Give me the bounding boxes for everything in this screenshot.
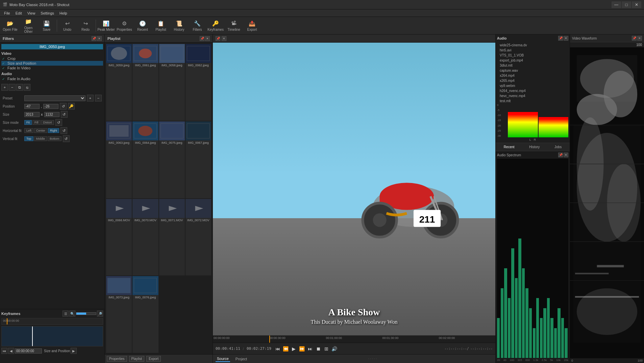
recent-item-2[interactable]: VTS_01_1.VOB <box>497 53 568 58</box>
vfit-middle[interactable]: Middle <box>34 136 47 141</box>
playlist-item-8[interactable]: IMG_0066.MOV <box>106 199 132 276</box>
waveform-pin-button[interactable]: 📌 <box>632 36 637 41</box>
menu-help[interactable]: Help <box>57 10 70 16</box>
filter-size-position[interactable]: ✓ Size and Position <box>1 61 103 66</box>
playlist-item-13[interactable]: IMG_0076.jpeg <box>132 276 158 353</box>
tab-source[interactable]: Source <box>216 356 230 362</box>
position-y-input[interactable] <box>43 104 58 109</box>
kf-time-input[interactable] <box>15 348 42 354</box>
hfit-left[interactable]: Left <box>24 128 33 133</box>
history-button[interactable]: 📜 History <box>170 18 188 33</box>
size-reset-button[interactable]: ↺ <box>61 111 68 118</box>
transport-prev-frame-button[interactable]: ⏪ <box>282 345 290 353</box>
vfit-top[interactable]: Top <box>24 136 33 141</box>
recent-item-7[interactable]: x265.mp4 <box>497 78 568 83</box>
filter-crop[interactable]: ✓ Crop <box>1 56 103 61</box>
playlist-export-button[interactable]: Export <box>146 356 161 362</box>
playlist-item-7[interactable]: IMG_0067.jpeg <box>185 121 211 198</box>
undo-button[interactable]: ↩ Undo <box>58 18 76 33</box>
playlist-item-11[interactable]: IMG_0072.MOV <box>185 199 211 276</box>
position-x-input[interactable] <box>24 104 40 109</box>
recent-item-0[interactable]: wide25-cinema.dv <box>497 43 568 48</box>
minimize-button[interactable]: — <box>612 1 621 8</box>
menu-view[interactable]: View <box>25 10 38 16</box>
kf-zoom-slider[interactable] <box>76 312 96 315</box>
tab-history[interactable]: History <box>528 144 541 150</box>
playlist-item-5[interactable]: IMG_0064.jpeg <box>132 121 158 198</box>
size-mode-distort[interactable]: Distort <box>41 120 54 125</box>
vfit-reset-button[interactable]: ↺ <box>63 135 70 142</box>
kf-next-button[interactable]: ▶ <box>71 348 77 354</box>
keyframes-button[interactable]: 🔑 Keyframes <box>207 18 224 33</box>
recent-item-4[interactable]: 3dlut.mlt <box>497 63 568 68</box>
playlist-button[interactable]: 📋 Playlist <box>152 18 170 33</box>
waveform-close-button[interactable]: ✕ <box>637 36 642 41</box>
preview-pin-button[interactable]: 📌 <box>216 36 220 41</box>
save-button[interactable]: 💾 Save <box>38 18 55 33</box>
transport-stop-button[interactable]: ⏹ <box>315 345 322 353</box>
filters-pin-button[interactable]: 📌 <box>92 36 96 41</box>
audio-close-button[interactable]: ✕ <box>564 36 568 41</box>
playlist-item-0[interactable]: IMG_0059.jpeg <box>106 44 132 121</box>
size-mode-reset-button[interactable]: ↺ <box>55 119 62 126</box>
position-reset-button[interactable]: ↺ <box>60 103 67 110</box>
recent-item-9[interactable]: h264_nvenc.mp4 <box>497 88 568 93</box>
playlist-item-2[interactable]: IMG_0058.jpeg <box>159 44 185 121</box>
filter-fade-video[interactable]: ✓ Fade In Video <box>1 66 103 70</box>
close-button[interactable]: ✕ <box>632 1 641 8</box>
recent-item-5[interactable]: capture.wav <box>497 68 568 73</box>
recent-item-11[interactable]: test.mlt <box>497 98 568 102</box>
size-w-input[interactable] <box>24 112 40 117</box>
hfit-center[interactable]: Center <box>34 128 47 133</box>
recent-item-1[interactable]: hin5.avi <box>497 48 568 53</box>
kf-zoom-out-button[interactable]: 🔍 <box>69 311 75 317</box>
open-file-button[interactable]: 📂 Open File <box>1 18 19 33</box>
spectrum-pin-button[interactable]: 📌 <box>558 153 563 157</box>
filter-fade-audio[interactable]: ✓ Fade In Audio <box>1 76 103 81</box>
kf-prev-button[interactable]: ◀ <box>8 348 14 354</box>
current-time[interactable]: 00:00:41:11 <box>216 346 240 351</box>
kf-start-button[interactable]: ⏮ <box>1 348 7 354</box>
filter-remove-button[interactable]: − <box>9 84 16 91</box>
menu-edit[interactable]: Edit <box>13 10 25 16</box>
menu-file[interactable]: File <box>1 10 13 16</box>
transport-fast-forward-button[interactable]: ⏩ <box>298 345 306 353</box>
size-h-input[interactable] <box>44 112 59 117</box>
peak-meter-button[interactable]: 📊 Peak Meter <box>97 18 115 33</box>
playlist-item-4[interactable]: IMG_0063.jpeg <box>106 121 132 198</box>
size-mode-fill[interactable]: Fill <box>32 120 41 125</box>
spectrum-close-button[interactable]: ✕ <box>564 153 568 157</box>
recent-item-8[interactable]: vp9.webm <box>497 83 568 88</box>
playlist-item-9[interactable]: IMG_0070.MOV <box>132 199 158 276</box>
timeline-toolbar-button[interactable]: 📽 Timeline <box>225 18 243 33</box>
redo-button[interactable]: ↪ Redo <box>77 18 94 33</box>
transport-grid-button[interactable]: ⊞ <box>323 345 330 353</box>
playlist-item-6[interactable]: IMG_0075.jpeg <box>159 121 185 198</box>
playlist-item-1[interactable]: IMG_0061.jpeg <box>132 44 158 121</box>
recent-item-10[interactable]: hevc_nvenc.mp4 <box>497 93 568 98</box>
position-keyframe-button[interactable]: 🔑 <box>68 103 75 110</box>
playlist-playlist-button[interactable]: Playlist <box>129 356 145 362</box>
playlist-properties-button[interactable]: Properties <box>107 356 127 362</box>
preview-timeline[interactable]: 00:00:00:00 00:00:30:00 00:01:00:00 00:0… <box>213 335 495 343</box>
playlist-item-3[interactable]: IMG_0062.jpeg <box>185 44 211 121</box>
playlist-pin-button[interactable]: 📌 <box>200 36 204 41</box>
export-toolbar-button[interactable]: 📤 Export <box>243 18 261 33</box>
maximize-button[interactable]: □ <box>622 1 631 8</box>
transport-volume-button[interactable]: 🔊 <box>331 345 338 353</box>
recent-item-3[interactable]: export_job.mp4 <box>497 58 568 63</box>
kf-menu-button[interactable]: ☰ <box>63 311 69 317</box>
recent-item-6[interactable]: x264.mp4 <box>497 73 568 78</box>
playlist-item-12[interactable]: IMG_0073.jpeg <box>106 276 132 353</box>
playlist-close-button[interactable]: ✕ <box>205 36 210 41</box>
filter-copy-button[interactable]: ⧉ <box>16 84 23 91</box>
titlebar-controls[interactable]: — □ ✕ <box>612 1 641 8</box>
tab-jobs[interactable]: Jobs <box>553 144 563 150</box>
properties-button[interactable]: ⚙ Properties <box>116 18 133 33</box>
audio-pin-button[interactable]: 📌 <box>558 36 563 41</box>
filters-button[interactable]: 🔧 Filters <box>189 18 206 33</box>
transport-end-button[interactable]: ⏭ <box>306 345 314 353</box>
filter-paste-button[interactable]: ⧅ <box>24 84 30 91</box>
transport-play-button[interactable]: ▶ <box>290 345 298 353</box>
preset-add-button[interactable]: + <box>87 95 94 101</box>
